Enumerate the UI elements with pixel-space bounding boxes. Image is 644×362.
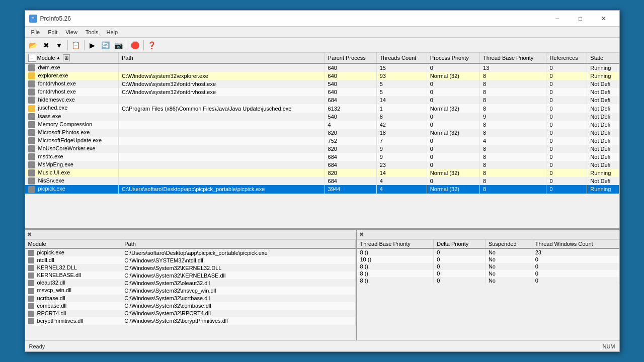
cell-priority: 0 xyxy=(427,63,479,72)
col-toggle[interactable]: ⊞ xyxy=(63,54,70,61)
table-row[interactable]: msdtc.exe 684 9 0 8 0 Not Defi xyxy=(25,153,619,161)
menu-edit[interactable]: Edit xyxy=(44,28,61,36)
cell-module-name: bcryptPrimitives.dll xyxy=(25,317,121,325)
modules-pane-close[interactable]: ✖ xyxy=(27,231,32,238)
col-header-thread-base[interactable]: Thread Base Priority xyxy=(480,53,546,63)
col-header-priority[interactable]: Process Priority xyxy=(427,53,479,63)
toolbar: 📂 ✖ ▼ 📋 ▶ 🔄 📷 🛑 ❓ xyxy=(25,38,619,53)
table-row[interactable]: explorer.exe C:\Windows\system32\explore… xyxy=(25,72,619,80)
threads-pane-close[interactable]: ✖ xyxy=(359,231,364,238)
list-item[interactable]: 8 () 0 No 0 xyxy=(357,270,619,277)
cell-state: Not Defi xyxy=(587,129,619,137)
cell-references: 0 xyxy=(546,137,587,145)
list-item[interactable]: oleaut32.dll C:\Windows\System32\oleaut3… xyxy=(25,279,356,287)
table-row[interactable]: MsMpEng.exe 684 23 0 8 0 Not Defi xyxy=(25,161,619,169)
list-item[interactable]: 8 () 0 No 23 xyxy=(357,248,619,256)
cell-module-name: combase.dll xyxy=(25,302,121,310)
cell-module: jusched.exe xyxy=(25,104,119,112)
col-header-threads[interactable]: Threads Count xyxy=(376,53,427,63)
cell-path xyxy=(118,96,325,104)
cell-priority: 0 xyxy=(427,161,479,169)
maximize-button[interactable]: □ xyxy=(569,11,592,27)
list-item[interactable]: KERNELBASE.dll C:\Windows\System32\KERNE… xyxy=(25,272,356,279)
cell-thread-base: 8 xyxy=(480,177,546,185)
cell-delta: 0 xyxy=(434,256,486,263)
list-item[interactable]: RPCRT4.dll C:\Windows\System32\RPCRT4.dl… xyxy=(25,310,356,317)
cell-references: 0 xyxy=(546,153,587,161)
close-button[interactable]: ✕ xyxy=(592,11,615,27)
collapse-btn[interactable]: − xyxy=(28,54,36,62)
cell-parent: 640 xyxy=(325,88,376,96)
process-table-container[interactable]: − Module ▲ ⊞ Path Parent Process Threads… xyxy=(25,53,619,228)
toolbar-sep-4 xyxy=(143,40,144,50)
cell-threads: 18 xyxy=(376,129,427,137)
table-row[interactable]: MicrosoftEdgeUpdate.exe 752 7 0 4 0 Not … xyxy=(25,137,619,145)
col-header-parent[interactable]: Parent Process xyxy=(325,53,376,63)
toolbar-close[interactable]: ✖ xyxy=(40,39,52,51)
threads-col-delta[interactable]: Delta Priority xyxy=(434,240,486,248)
toolbar-camera[interactable]: 📷 xyxy=(113,39,125,51)
col-header-module[interactable]: − Module ▲ ⊞ xyxy=(25,53,119,63)
list-item[interactable]: ucrtbase.dll C:\Windows\System32\ucrtbas… xyxy=(25,295,356,302)
cell-path xyxy=(118,113,325,121)
modules-table-container[interactable]: Module Path picpick.exe C:\Users\softaro… xyxy=(25,240,356,340)
cell-path xyxy=(118,177,325,185)
minimize-button[interactable]: – xyxy=(546,11,569,27)
sort-arrow: ▲ xyxy=(56,55,61,60)
cell-priority: 0 xyxy=(427,153,479,161)
list-item[interactable]: msvcp_win.dll C:\Windows\System32\msvcp_… xyxy=(25,287,356,294)
threads-table-container[interactable]: Thread Base Priority Delta Priority Susp… xyxy=(357,240,619,340)
table-row[interactable]: jusched.exe C:\Program Files (x86)\Commo… xyxy=(25,104,619,112)
list-item[interactable]: 8 () 0 No 0 xyxy=(357,263,619,270)
toolbar-run[interactable]: ▶ xyxy=(87,39,99,51)
table-row[interactable]: Music.UI.exe 820 14 Normal (32) 8 0 Runn… xyxy=(25,169,619,177)
table-row[interactable]: lsass.exe 540 8 0 9 0 Not Defi xyxy=(25,113,619,121)
menu-file[interactable]: File xyxy=(27,28,44,36)
table-row[interactable]: hidemesvc.exe 684 14 0 8 0 Not Defi xyxy=(25,96,619,104)
cell-threads: 1 xyxy=(376,104,427,112)
threads-col-base[interactable]: Thread Base Priority xyxy=(357,240,434,248)
list-item[interactable]: combase.dll C:\Windows\System32\combase.… xyxy=(25,302,356,310)
modules-col-path[interactable]: Path xyxy=(121,240,355,248)
cell-module-name: RPCRT4.dll xyxy=(25,310,121,317)
list-item[interactable]: 8 () 0 No 0 xyxy=(357,277,619,284)
list-item[interactable]: 10 () 0 No 0 xyxy=(357,256,619,263)
modules-header-row: Module Path xyxy=(25,240,356,248)
col-header-state[interactable]: State xyxy=(587,53,619,63)
table-row[interactable]: dwm.exe 640 15 0 13 0 Running xyxy=(25,63,619,72)
list-item[interactable]: picpick.exe C:\Users\softaro\Desktop\app… xyxy=(25,248,356,256)
toolbar-open[interactable]: 📂 xyxy=(27,39,39,51)
list-item[interactable]: ntdll.dll C:\Windows\SYSTEM32\ntdll.dll xyxy=(25,256,356,264)
modules-col-module[interactable]: Module xyxy=(25,240,121,248)
col-header-references[interactable]: References xyxy=(546,53,587,63)
toolbar-dropdown[interactable]: ▼ xyxy=(53,39,65,51)
table-row[interactable]: fontdrvhost.exe C:\Windows\system32\font… xyxy=(25,80,619,88)
table-row[interactable]: fontdrvhost.exe C:\Windows\system32\font… xyxy=(25,88,619,96)
table-row[interactable]: Memory Compression 4 42 0 8 0 Not Defi xyxy=(25,121,619,129)
cell-parent: 4 xyxy=(325,121,376,129)
toolbar-help[interactable]: ❓ xyxy=(146,39,158,51)
menu-tools[interactable]: Tools xyxy=(82,28,103,36)
process-table: − Module ▲ ⊞ Path Parent Process Threads… xyxy=(25,53,619,194)
table-row[interactable]: Microsoft.Photos.exe 820 18 Normal (32) … xyxy=(25,129,619,137)
toolbar-stop[interactable]: 🛑 xyxy=(129,39,141,51)
cell-path xyxy=(118,161,325,169)
main-content: − Module ▲ ⊞ Path Parent Process Threads… xyxy=(25,53,619,340)
threads-col-suspended[interactable]: Suspended xyxy=(485,240,532,248)
list-item[interactable]: bcryptPrimitives.dll C:\Windows\System32… xyxy=(25,317,356,325)
toolbar-clipboard[interactable]: 📋 xyxy=(70,39,82,51)
cell-path: C:\Windows\system32\fontdrvhost.exe xyxy=(118,88,325,96)
table-row[interactable]: MoUsoCoreWorker.exe 820 9 0 8 0 Not Defi xyxy=(25,145,619,153)
cell-threads: 9 xyxy=(376,153,427,161)
menu-help[interactable]: Help xyxy=(103,28,122,36)
cell-parent: 3944 xyxy=(325,185,376,193)
cell-path xyxy=(118,137,325,145)
table-row[interactable]: NisSrv.exe 684 4 0 8 0 Not Defi xyxy=(25,177,619,185)
col-header-path[interactable]: Path xyxy=(118,53,325,63)
toolbar-refresh[interactable]: 🔄 xyxy=(100,39,112,51)
list-item[interactable]: KERNEL32.DLL C:\Windows\System32\KERNEL3… xyxy=(25,264,356,272)
table-row[interactable]: picpick.exe C:\Users\softaro\Desktop\app… xyxy=(25,185,619,193)
menu-view[interactable]: View xyxy=(61,28,82,36)
threads-col-windows[interactable]: Thread Windows Count xyxy=(532,240,619,248)
cell-module: NisSrv.exe xyxy=(25,177,119,185)
